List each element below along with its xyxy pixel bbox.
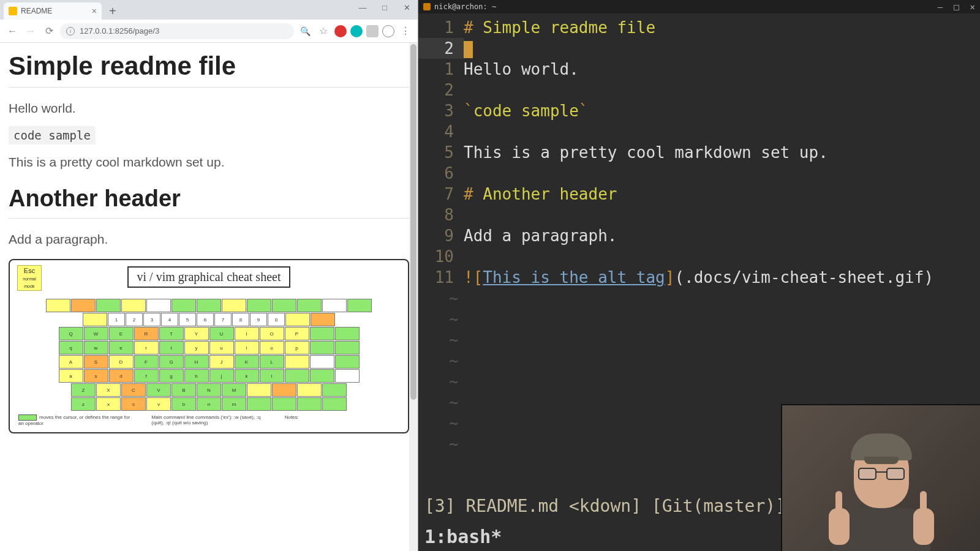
cheat-sheet-image: Escnormal mode vi / vim graphical cheat … [9, 259, 409, 433]
term-maximize-button[interactable]: □ [954, 2, 959, 12]
key-row-3: qwertyuiop [15, 341, 403, 354]
editor-line: 9Add a paragraph. [418, 225, 980, 246]
key-row-2: QWERTYUIOP [15, 327, 403, 340]
editor-line: 11![This is the alt tag](.docs/vim-cheat… [418, 267, 980, 288]
address-bar[interactable]: i 127.0.0.1:8256/page/3 [60, 23, 294, 39]
site-info-icon[interactable]: i [66, 27, 75, 36]
url-text: 127.0.0.1:8256/page/3 [80, 26, 159, 36]
key-row-num: 1234567890 [15, 313, 403, 326]
term-minimize-button[interactable]: — [938, 2, 943, 12]
page-heading-2: Another header [9, 186, 409, 219]
nav-bar: ← → ⟳ i 127.0.0.1:8256/page/3 🔍 ☆ ⋮ [0, 20, 418, 43]
new-tab-button[interactable]: + [102, 2, 124, 20]
paragraph-1: Hello world. [9, 101, 409, 116]
favicon-icon [9, 7, 17, 15]
editor-line: 3`code sample` [418, 100, 980, 121]
star-icon[interactable]: ☆ [316, 24, 331, 39]
empty-line-tilde: ~ [418, 288, 980, 309]
editor-line: 7# Another header [418, 184, 980, 204]
webcam-overlay [781, 404, 980, 551]
minimize-button[interactable]: — [352, 0, 374, 15]
profile-icon[interactable] [382, 25, 394, 37]
editor-line: 8 [418, 204, 980, 225]
key-row-1 [15, 299, 403, 312]
code-block: code sample [9, 128, 409, 143]
key-row-6: ZXCVBNM [15, 383, 403, 397]
terminal-window: nick@archon: ~ — □ ✕ 1# Simple readme fi… [418, 0, 980, 551]
paragraph-3: Add a paragraph. [9, 232, 409, 247]
tab-close-icon[interactable]: × [92, 6, 97, 16]
empty-line-tilde: ~ [418, 329, 980, 350]
page-heading-1: Simple readme file [9, 51, 409, 88]
editor-line: 1Hello world. [418, 59, 980, 80]
editor-line: 4 [418, 121, 980, 142]
forward-button[interactable]: → [23, 24, 38, 39]
editor-line: 10 [418, 246, 980, 267]
key-row-4: ASDFGHJKL [15, 355, 403, 369]
terminal-titlebar: nick@archon: ~ — □ ✕ [418, 0, 980, 13]
menu-icon[interactable]: ⋮ [398, 24, 413, 39]
cheat-notes: moves the cursor, or defines the range f… [15, 414, 403, 426]
editor-line: 5This is a pretty cool markdown set up. [418, 142, 980, 163]
esc-key: Escnormal mode [17, 265, 42, 291]
editor-line: 6 [418, 163, 980, 184]
key-row-7: zxcvbnm [15, 397, 403, 411]
search-icon[interactable]: 🔍 [298, 24, 312, 39]
empty-line-tilde: ~ [418, 350, 980, 371]
empty-line-tilde: ~ [418, 371, 980, 392]
browser-tab[interactable]: README × [4, 2, 102, 20]
paragraph-2: This is a pretty cool markdown set up. [9, 155, 409, 170]
scrollbar-thumb[interactable] [410, 44, 417, 400]
terminal-window-controls: — □ ✕ [938, 2, 975, 12]
extension-icon-1[interactable] [334, 25, 347, 37]
window-controls: — □ ✕ [352, 0, 418, 15]
empty-line-tilde: ~ [418, 309, 980, 329]
browser-window: README × + — □ ✕ ← → ⟳ i 127.0.0.1:8256/… [0, 0, 418, 551]
editor-line: 2 [418, 80, 980, 100]
tab-bar: README × + — □ ✕ [0, 0, 418, 20]
maximize-button[interactable]: □ [374, 0, 396, 15]
scrollbar[interactable] [409, 43, 418, 551]
reload-button[interactable]: ⟳ [42, 24, 56, 39]
terminal-icon [423, 3, 431, 10]
term-close-button[interactable]: ✕ [970, 2, 975, 12]
editor-line: 1# Simple readme file [418, 17, 980, 38]
close-button[interactable]: ✕ [396, 0, 418, 15]
key-row-5: asdfghjkl [15, 369, 403, 383]
person-silhouette [826, 429, 937, 551]
back-button[interactable]: ← [5, 24, 20, 39]
terminal-title: nick@archon: ~ [434, 2, 496, 11]
tab-title: README [21, 7, 52, 15]
extension-icon-2[interactable] [350, 25, 363, 37]
cheat-title: vi / vim graphical cheat sheet [127, 266, 291, 288]
page-content: Simple readme file Hello world. code sam… [0, 43, 418, 551]
extension-icon-3[interactable] [366, 25, 379, 37]
editor-line: 2 [418, 38, 980, 59]
